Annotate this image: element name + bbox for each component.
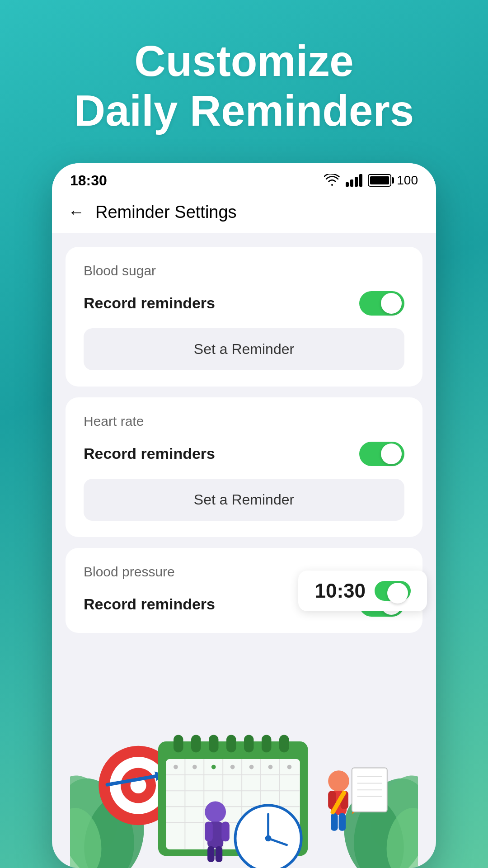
time-badge-toggle[interactable] bbox=[375, 581, 411, 601]
wifi-icon bbox=[324, 174, 340, 187]
blood-sugar-record-row: Record reminders bbox=[84, 291, 404, 316]
heart-rate-toggle[interactable] bbox=[359, 442, 404, 466]
phone-frame: 18:30 100 ← Reminder Settings bbox=[52, 163, 436, 868]
svg-rect-19 bbox=[244, 735, 253, 752]
svg-point-34 bbox=[192, 765, 197, 769]
svg-point-50 bbox=[265, 835, 272, 842]
battery-icon bbox=[368, 174, 391, 187]
svg-point-37 bbox=[249, 765, 254, 769]
signal-icon bbox=[346, 174, 362, 187]
svg-rect-56 bbox=[339, 813, 346, 831]
header-section: Customize Daily Reminders bbox=[0, 0, 488, 163]
svg-point-39 bbox=[287, 765, 292, 769]
blood-sugar-record-label: Record reminders bbox=[84, 294, 215, 312]
back-button[interactable]: ← bbox=[68, 203, 84, 222]
heart-rate-set-reminder-button[interactable]: Set a Reminder bbox=[84, 479, 404, 521]
svg-rect-55 bbox=[331, 813, 338, 831]
svg-rect-18 bbox=[226, 735, 236, 752]
status-bar: 18:30 100 bbox=[52, 163, 436, 193]
heart-rate-record-row: Record reminders bbox=[84, 442, 404, 466]
illustration-svg bbox=[70, 639, 418, 868]
svg-point-36 bbox=[230, 765, 235, 769]
blood-pressure-card: Blood pressure Record reminders 10:30 bbox=[66, 548, 422, 633]
svg-rect-15 bbox=[174, 735, 183, 752]
time-badge-value: 10:30 bbox=[314, 580, 366, 602]
status-icons: 100 bbox=[324, 173, 418, 188]
svg-rect-21 bbox=[279, 735, 289, 752]
blood-sugar-card: Blood sugar Record reminders Set a Remin… bbox=[66, 247, 422, 387]
heart-rate-card: Heart rate Record reminders Set a Remind… bbox=[66, 397, 422, 537]
time-badge: 10:30 bbox=[298, 571, 427, 611]
main-title: Customize Daily Reminders bbox=[27, 36, 461, 136]
battery-level: 100 bbox=[397, 173, 418, 188]
svg-rect-17 bbox=[209, 735, 218, 752]
svg-rect-45 bbox=[216, 846, 223, 862]
content-area: Blood sugar Record reminders Set a Remin… bbox=[52, 233, 436, 868]
blood-sugar-toggle[interactable] bbox=[359, 291, 404, 316]
svg-point-33 bbox=[174, 765, 178, 769]
svg-point-35 bbox=[211, 765, 216, 769]
svg-point-38 bbox=[268, 765, 273, 769]
heart-rate-label: Heart rate bbox=[84, 414, 404, 429]
page-title: Reminder Settings bbox=[95, 203, 237, 222]
heart-rate-record-label: Record reminders bbox=[84, 445, 215, 462]
svg-rect-16 bbox=[191, 735, 201, 752]
nav-bar: ← Reminder Settings bbox=[52, 193, 436, 233]
blood-sugar-label: Blood sugar bbox=[84, 263, 404, 278]
blood-sugar-set-reminder-button[interactable]: Set a Reminder bbox=[84, 328, 404, 370]
svg-rect-44 bbox=[207, 846, 215, 862]
status-time: 18:30 bbox=[70, 172, 107, 189]
blood-pressure-record-label: Record reminders bbox=[84, 595, 215, 613]
svg-point-51 bbox=[328, 770, 349, 792]
svg-rect-43 bbox=[221, 821, 230, 841]
svg-rect-20 bbox=[262, 735, 271, 752]
svg-point-40 bbox=[205, 802, 226, 823]
svg-rect-42 bbox=[205, 821, 213, 841]
bottom-illustration bbox=[66, 639, 422, 868]
